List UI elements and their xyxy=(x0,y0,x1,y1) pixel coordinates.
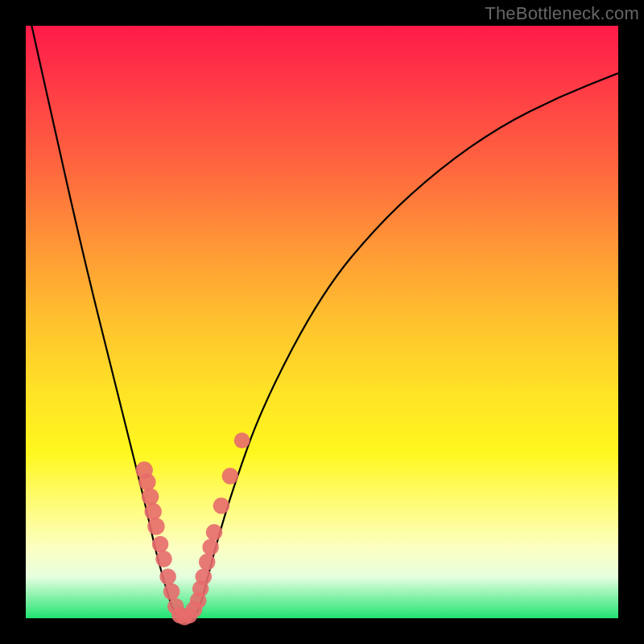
marker-dot xyxy=(206,524,223,541)
chart-frame: TheBottleneck.com xyxy=(0,0,644,644)
marker-dot xyxy=(159,568,176,585)
watermark-text: TheBottleneck.com xyxy=(485,3,639,24)
marker-dot xyxy=(202,539,219,555)
marker-dot xyxy=(142,488,159,505)
marker-dot xyxy=(222,468,239,485)
marker-dot xyxy=(199,554,216,571)
marker-dot xyxy=(234,432,250,448)
plot-area xyxy=(26,26,618,618)
marker-group xyxy=(136,432,250,625)
marker-dot xyxy=(152,536,169,553)
marker-dot xyxy=(147,518,164,535)
marker-dot xyxy=(163,584,180,601)
chart-svg xyxy=(26,26,618,618)
marker-dot xyxy=(196,568,213,585)
marker-dot xyxy=(145,503,162,520)
marker-dot xyxy=(138,473,155,490)
marker-dot xyxy=(155,551,172,568)
marker-dot xyxy=(213,497,230,514)
curve-line xyxy=(31,26,618,618)
